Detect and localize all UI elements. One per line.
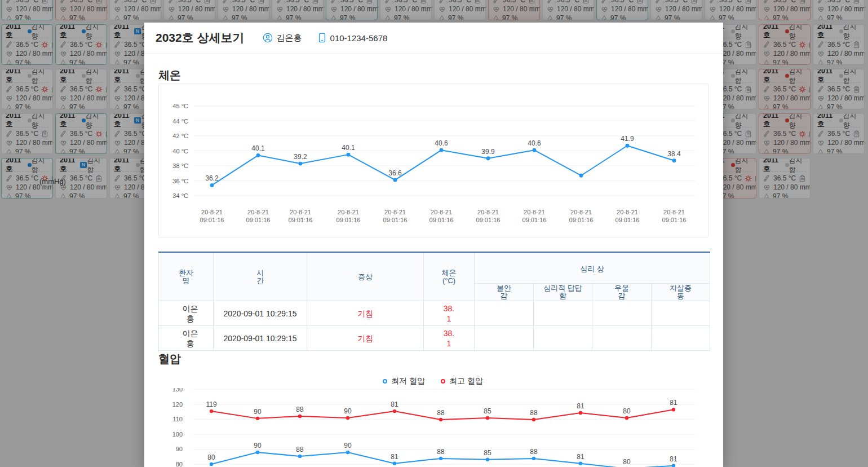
cell-psych: [534, 301, 592, 326]
modal-title: 2032호 상세보기: [156, 30, 245, 46]
bp-chart-legend: 최저 혈압최고 혈압: [158, 375, 707, 388]
svg-text:90: 90: [344, 407, 352, 415]
svg-text:20-8-21: 20-8-21: [290, 209, 311, 215]
svg-text:80: 80: [176, 461, 183, 467]
svg-text:90: 90: [176, 446, 183, 452]
svg-text:39.2: 39.2: [294, 153, 307, 161]
svg-text:88: 88: [296, 406, 304, 413]
legend-item-max-bp[interactable]: 최고 혈압: [441, 376, 483, 386]
svg-text:90: 90: [344, 442, 352, 450]
legend-ring-icon: [383, 379, 387, 384]
patient-phone-meta: 010-1234-5678: [318, 33, 388, 43]
svg-text:20-8-21: 20-8-21: [338, 209, 359, 215]
cell-psych: [475, 301, 534, 326]
svg-text:40.6: 40.6: [435, 139, 448, 147]
symptom-table-row: 이은 홍 2020-09-01 10:29:15 기침 38. 1: [159, 326, 710, 351]
cell-time: 2020-09-01 10:29:15: [214, 326, 307, 351]
cell-symptom: 기침: [307, 301, 424, 326]
svg-text:09:01:16: 09:01:16: [336, 217, 361, 223]
svg-text:81: 81: [577, 453, 584, 461]
temperature-line-chart: 45 °C44 °C42 °C40 °C38 °C36 °C34 °C20-8-…: [159, 84, 707, 236]
svg-text:09:01:16: 09:01:16: [476, 217, 501, 223]
svg-text:40 °C: 40 °C: [172, 148, 188, 155]
bp-line-chart: 1301201101009080119908890818885888180818…: [158, 388, 706, 467]
bp-chart: 최저 혈압최고 혈압 13012011010090801199088908188…: [158, 375, 707, 467]
svg-text:40.6: 40.6: [528, 139, 541, 147]
temperature-section-title: 체온: [158, 68, 181, 83]
svg-text:34 °C: 34 °C: [172, 192, 188, 199]
patient-name-meta: 김은홍: [263, 33, 302, 43]
symptom-table-row: 이은 홍 2020-09-01 10:29:15 기침 38. 1: [159, 301, 710, 326]
svg-text:09:01:16: 09:01:16: [200, 217, 224, 223]
svg-text:130: 130: [172, 388, 183, 393]
cell-psych: [652, 326, 710, 351]
svg-text:20-8-21: 20-8-21: [617, 209, 638, 215]
patient-phone: 010-1234-5678: [330, 33, 388, 43]
col-header-stuffiness: 심리적 답답 함: [534, 284, 592, 301]
symptom-table: 환자 명 시 간 증상 체온 (°C) 심리 상 태 불안 감 심리적 답답 함…: [158, 252, 710, 351]
cell-patient: 이은 홍: [159, 326, 214, 351]
svg-text:20-8-21: 20-8-21: [247, 209, 269, 215]
svg-text:36.2: 36.2: [205, 174, 219, 182]
phone-icon: [318, 33, 326, 43]
svg-text:09:01:16: 09:01:16: [615, 217, 640, 223]
svg-text:88: 88: [530, 448, 538, 456]
svg-text:80: 80: [623, 458, 631, 466]
svg-text:88: 88: [296, 446, 304, 453]
svg-text:90: 90: [254, 442, 262, 450]
svg-text:88: 88: [437, 448, 445, 456]
svg-text:09:01:16: 09:01:16: [289, 217, 313, 223]
svg-text:88: 88: [530, 409, 538, 417]
cell-psych: [534, 326, 592, 351]
room-detail-modal: 2032호 상세보기 김은홍 010-1234-5678 체온 45 °C44 …: [144, 23, 723, 467]
svg-text:39.9: 39.9: [481, 148, 495, 156]
col-header-time: 시 간: [214, 252, 307, 301]
svg-text:38 °C: 38 °C: [172, 162, 188, 169]
cell-psych: [652, 301, 710, 326]
svg-text:09:01:16: 09:01:16: [662, 217, 687, 223]
cell-psych: [475, 326, 534, 351]
svg-text:40.1: 40.1: [342, 144, 355, 152]
svg-text:90: 90: [254, 408, 262, 416]
cell-temperature: 38. 1: [424, 326, 475, 351]
col-header-depression: 우울 감: [592, 284, 652, 301]
col-header-anxiety: 불안 감: [475, 284, 534, 301]
col-header-psych-group: 심리 상 태: [475, 252, 710, 284]
svg-text:85: 85: [484, 449, 491, 457]
temperature-chart: 45 °C44 °C42 °C40 °C38 °C36 °C34 °C20-8-…: [158, 83, 708, 237]
legend-label: 최고 혈압: [449, 376, 483, 386]
cell-time: 2020-09-01 10:29:15: [214, 301, 307, 326]
svg-text:38.4: 38.4: [667, 150, 681, 158]
svg-text:45 °C: 45 °C: [172, 103, 188, 109]
svg-text:20-8-21: 20-8-21: [201, 209, 223, 215]
col-header-suicidal: 자살충 동: [652, 284, 710, 301]
svg-text:20-8-21: 20-8-21: [384, 209, 406, 215]
svg-text:80: 80: [207, 453, 215, 461]
svg-text:110: 110: [172, 416, 183, 422]
col-header-symptom: 증상: [307, 252, 424, 301]
svg-text:36 °C: 36 °C: [172, 178, 188, 184]
svg-text:120: 120: [172, 401, 183, 408]
legend-label: 최저 혈압: [391, 376, 425, 386]
svg-text:100: 100: [172, 431, 183, 438]
legend-item-min-bp[interactable]: 최저 혈압: [383, 376, 425, 386]
cell-symptom: 기침: [307, 326, 424, 351]
svg-text:20-8-21: 20-8-21: [524, 209, 545, 215]
svg-text:09:01:16: 09:01:16: [429, 217, 454, 223]
legend-ring-icon: [441, 379, 445, 384]
svg-text:20-8-21: 20-8-21: [570, 209, 592, 215]
cell-temperature: 38. 1: [424, 301, 475, 326]
svg-text:81: 81: [577, 402, 584, 410]
svg-text:81: 81: [670, 455, 677, 463]
svg-text:42 °C: 42 °C: [172, 133, 188, 139]
cell-patient: 이은 홍: [159, 301, 214, 326]
svg-text:20-8-21: 20-8-21: [663, 209, 685, 215]
patient-name: 김은홍: [277, 33, 302, 43]
svg-text:09:01:16: 09:01:16: [569, 217, 594, 223]
svg-text:41.9: 41.9: [621, 135, 634, 143]
svg-text:85: 85: [484, 407, 491, 415]
svg-text:40.1: 40.1: [251, 144, 265, 152]
svg-text:88: 88: [437, 409, 445, 417]
col-header-patient: 환자 명: [159, 252, 214, 301]
svg-text:81: 81: [670, 399, 677, 407]
